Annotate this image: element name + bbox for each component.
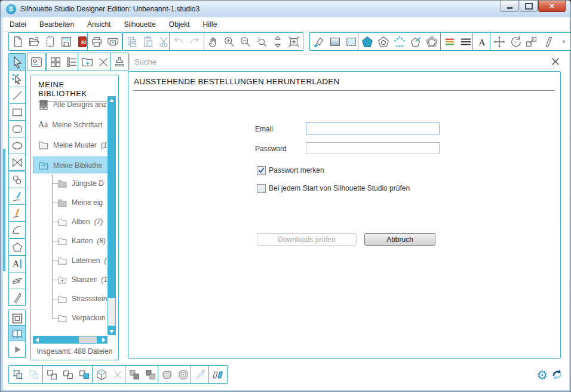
library-vertical-scrollbar[interactable]: [108, 96, 116, 335]
title-bar[interactable]: S Silhouette Studio Designer Edition: Un…: [1, 1, 570, 17]
menu-ansicht[interactable]: Ansicht: [81, 19, 117, 30]
scroll-down-arrow[interactable]: [108, 327, 116, 335]
minimize-button[interactable]: [500, 1, 519, 12]
scroll-right-arrow[interactable]: [100, 336, 108, 344]
menu-objekt[interactable]: Objekt: [162, 19, 197, 30]
zoom-selection-button[interactable]: [254, 35, 269, 49]
cancel-button[interactable]: Abbruch: [364, 233, 435, 246]
library-folder-verpackung[interactable]: Verpackun: [57, 313, 108, 323]
library-horizontal-scrollbar[interactable]: [33, 336, 108, 344]
eraser-tool[interactable]: [8, 272, 26, 289]
library-folder-my-designs[interactable]: Meine eig: [57, 197, 108, 208]
line-style-button[interactable]: [459, 35, 473, 49]
library-pane-button[interactable]: [29, 55, 44, 69]
redo-button[interactable]: [188, 35, 202, 49]
horizontal-scroll-thumb[interactable]: [79, 336, 97, 343]
zoom-drag-button[interactable]: [271, 35, 285, 49]
delete-selection-button[interactable]: [110, 368, 125, 382]
grid-view-button[interactable]: [48, 55, 63, 69]
menu-silhouette[interactable]: Silhouette: [117, 19, 162, 30]
trace-pick-button[interactable]: [193, 368, 207, 382]
line-tool[interactable]: [8, 87, 26, 104]
new-document-button[interactable]: [11, 35, 25, 49]
zoom-in-button[interactable]: [222, 35, 237, 49]
search-close-button[interactable]: [549, 56, 561, 68]
send-to-cutter-button[interactable]: [106, 35, 120, 49]
menu-datei[interactable]: Datei: [3, 19, 33, 30]
sync-icon[interactable]: [550, 368, 564, 382]
offset-button[interactable]: [160, 368, 174, 382]
send-view-button[interactable]: [8, 341, 26, 358]
email-field[interactable]: [306, 122, 440, 134]
maximize-button[interactable]: [520, 1, 538, 12]
scroll-up-arrow[interactable]: [108, 96, 116, 104]
curve-tool[interactable]: [8, 171, 26, 188]
fill-gradient-button[interactable]: [328, 35, 342, 49]
ellipse-tool[interactable]: [8, 137, 26, 154]
close-button[interactable]: ✕: [538, 1, 566, 12]
library-folder-strasssteine[interactable]: Strassstein: [57, 293, 108, 304]
shear-button[interactable]: [541, 35, 555, 49]
shape-fill-button[interactable]: [360, 35, 374, 49]
node-edit-tool[interactable]: [8, 70, 26, 87]
rotate-button[interactable]: [508, 35, 523, 49]
shape-offset-button[interactable]: [425, 35, 439, 49]
scale-button[interactable]: [524, 35, 539, 49]
cube-3d-button[interactable]: [94, 368, 109, 382]
print-button[interactable]: [90, 35, 104, 49]
library-item-my-library[interactable]: Meine Bibliothe: [38, 160, 108, 171]
list-view-button[interactable]: [65, 55, 79, 69]
library-item-patterns[interactable]: Meine Muster(1: [38, 140, 108, 151]
save-button[interactable]: [59, 35, 73, 49]
import-button[interactable]: [112, 55, 127, 69]
library-folder-laternen[interactable]: Laternen(: [57, 255, 108, 266]
page-view-button[interactable]: [8, 310, 26, 327]
paste-button[interactable]: [141, 35, 155, 49]
shape-inner-button[interactable]: [376, 35, 391, 49]
open-file-button[interactable]: [27, 35, 41, 49]
library-folder-karten[interactable]: Karten(8): [57, 235, 108, 246]
draw-freehand-tool[interactable]: [8, 188, 26, 205]
menu-bearbeiten[interactable]: Bearbeiten: [33, 19, 81, 30]
fill-color-button[interactable]: [312, 35, 326, 49]
mirror-button[interactable]: [211, 368, 225, 382]
delete-button[interactable]: [96, 55, 110, 69]
group-button[interactable]: [11, 368, 25, 382]
check-on-startup-checkbox[interactable]: [257, 184, 266, 193]
search-input[interactable]: [129, 54, 554, 69]
select-tool-button[interactable]: [8, 53, 26, 71]
rounded-rectangle-tool[interactable]: [8, 120, 26, 137]
library-item-fonts[interactable]: Aa Meine Schriftart: [38, 120, 108, 130]
copy-button[interactable]: [125, 35, 139, 49]
left-scroll-strip[interactable]: [3, 149, 5, 271]
registration-marks-button[interactable]: [176, 368, 191, 382]
menu-hilfe[interactable]: Hilfe: [196, 19, 223, 30]
polygon-tool[interactable]: [8, 154, 26, 171]
password-field[interactable]: [306, 142, 440, 154]
move-button[interactable]: [492, 35, 506, 49]
scroll-left-arrow[interactable]: [33, 336, 41, 344]
gear-icon[interactable]: ⚙: [536, 369, 548, 381]
new-folder-button[interactable]: [80, 55, 94, 69]
draw-smooth-tool[interactable]: [8, 204, 26, 222]
pan-hand-button[interactable]: [206, 35, 220, 49]
library-folder-stanzen[interactable]: Stanzen(1: [57, 274, 108, 285]
regular-polygon-tool[interactable]: [8, 238, 26, 256]
library-folder-recent[interactable]: Jüngste D: [57, 178, 108, 189]
cutting-mat-button[interactable]: [43, 35, 57, 49]
text-tool[interactable]: A: [8, 255, 26, 272]
make-compound-button[interactable]: [45, 368, 59, 382]
library-item-all-designs[interactable]: Alle Designs anz: [38, 99, 108, 110]
rectangle-tool[interactable]: [8, 103, 26, 121]
shape-magic-button[interactable]: [409, 35, 423, 49]
remember-password-checkbox[interactable]: [257, 166, 266, 175]
send-backward-button[interactable]: [143, 368, 158, 382]
fit-to-page-button[interactable]: [287, 35, 301, 49]
zoom-out-button[interactable]: [238, 35, 253, 49]
vertical-scroll-thumb[interactable]: [108, 298, 115, 326]
merge-button[interactable]: [77, 368, 91, 382]
line-color-button[interactable]: [443, 35, 457, 49]
fill-pattern-button[interactable]: [344, 35, 358, 49]
library-folder-alben[interactable]: Alben(7): [57, 216, 108, 227]
bring-forward-button[interactable]: [127, 368, 142, 382]
